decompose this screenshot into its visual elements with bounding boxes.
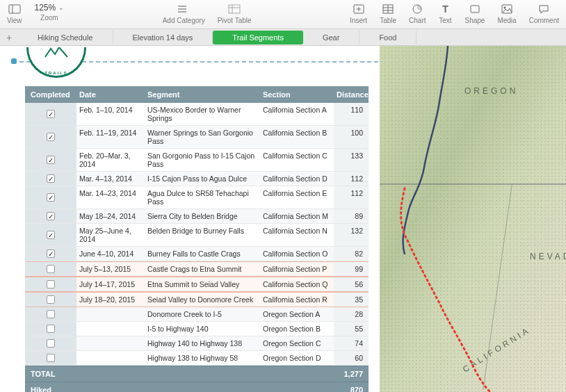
checkbox[interactable] [47, 354, 55, 362]
cell-distance[interactable]: 55 [334, 322, 369, 336]
cell-segment[interactable]: Burney Falls to Castle Crags [145, 247, 260, 261]
cell-section[interactable]: Oregon Section B [260, 322, 334, 336]
cell-distance[interactable]: 112 [334, 172, 369, 186]
checkbox[interactable] [47, 325, 55, 333]
header-distance[interactable]: Distance [334, 86, 369, 103]
table-row[interactable]: Donomore Creek to I-5Oregon Section A28 [25, 307, 369, 322]
cell-segment[interactable]: Belden Bridge to Burney Falls [145, 224, 260, 246]
cell-section[interactable]: California Section A [260, 103, 334, 125]
toolbar-chart[interactable]: Chart [409, 3, 426, 24]
cell-section[interactable]: California Section M [260, 209, 334, 223]
cell-date[interactable]: July 18–20, 2015 [76, 293, 145, 307]
cell-segment[interactable]: Donomore Creek to I-5 [145, 307, 260, 321]
cell-segment[interactable]: Seiad Valley to Donomore Creek [145, 293, 260, 307]
cell-distance[interactable]: 133 [334, 149, 369, 171]
header-completed[interactable]: Completed [25, 86, 76, 103]
toolbar-shape[interactable]: Shape [464, 3, 485, 24]
cell-date[interactable]: Feb. 1–10, 2014 [76, 103, 145, 125]
cell-distance[interactable]: 110 [334, 103, 369, 125]
cell-date[interactable]: July 5–13, 2015 [76, 262, 145, 276]
cell-section[interactable]: Oregon Section C [260, 336, 334, 350]
cell-segment[interactable]: Warner Springs to San Gorgonio Pass [145, 126, 260, 148]
cell-date[interactable] [76, 351, 145, 365]
cell-section[interactable]: California Section B [260, 126, 334, 148]
cell-distance[interactable]: 100 [334, 126, 369, 148]
add-sheet-button[interactable]: + [0, 32, 18, 43]
cell-distance[interactable]: 112 [334, 186, 369, 209]
table-row[interactable]: I-5 to Highway 140Oregon Section B55 [25, 322, 369, 336]
cell-distance[interactable]: 82 [334, 247, 369, 261]
table-row[interactable]: ✓Feb. 20–Mar. 3, 2014San Gorgonio Pass t… [25, 149, 369, 172]
cell-segment[interactable]: Etna Summit to Seiad Valley [145, 277, 260, 291]
toolbar-table[interactable]: Table [380, 3, 396, 24]
table-row[interactable]: ✓Feb. 1–10, 2014US-Mexico Border to Warn… [25, 103, 369, 126]
tab-trail-segments[interactable]: Trail Segments [213, 31, 303, 44]
cell-distance[interactable]: 89 [334, 209, 369, 223]
checkbox[interactable]: ✓ [47, 174, 55, 183]
toolbar-view[interactable]: View [7, 3, 22, 24]
table-row[interactable]: ✓May 25–June 4, 2014Belden Bridge to Bur… [25, 224, 369, 247]
cell-section[interactable]: California Section O [260, 247, 334, 261]
cell-section[interactable]: Oregon Section D [260, 351, 334, 365]
cell-distance[interactable]: 99 [334, 262, 369, 276]
cell-date[interactable]: May 18–24, 2014 [76, 209, 145, 223]
cell-segment[interactable]: I-5 to Highway 140 [145, 322, 260, 336]
checkbox[interactable] [47, 339, 55, 348]
cell-date[interactable] [76, 336, 145, 350]
table-row[interactable]: ✓Mar. 14–23, 2014Agua Dulce to SR58 Teha… [25, 186, 369, 209]
header-segment[interactable]: Segment [145, 86, 260, 103]
header-date[interactable]: Date [76, 86, 145, 103]
cell-segment[interactable]: US-Mexico Border to Warner Springs [145, 103, 260, 125]
checkbox[interactable] [47, 310, 55, 318]
tab-elevation-14-days[interactable]: Elevation 14 days [113, 31, 213, 44]
cell-segment[interactable]: Sierra City to Belden Bridge [145, 209, 260, 223]
cell-section[interactable]: California Section N [260, 224, 334, 246]
cell-date[interactable]: Feb. 11–19, 2014 [76, 126, 145, 148]
cell-date[interactable]: May 25–June 4, 2014 [76, 224, 145, 246]
cell-segment[interactable]: Castle Crags to Etna Summit [145, 262, 260, 276]
table-row[interactable]: July 14–17, 2015Etna Summit to Seiad Val… [25, 277, 369, 292]
cell-segment[interactable]: I-15 Cajon Pass to Agua Dulce [145, 172, 260, 186]
cell-segment[interactable]: Agua Dulce to SR58 Tehachapi Pass [145, 186, 260, 209]
table-row[interactable]: ✓Feb. 11–19, 2014Warner Springs to San G… [25, 126, 369, 149]
cell-distance[interactable]: 35 [334, 293, 369, 307]
cell-section[interactable]: California Section R [260, 293, 334, 307]
cell-date[interactable]: Feb. 20–Mar. 3, 2014 [76, 149, 145, 171]
checkbox[interactable] [47, 295, 55, 304]
cell-segment[interactable]: Highway 140 to Highway 138 [145, 336, 260, 350]
guide-handle[interactable] [11, 58, 17, 64]
toolbar-insert[interactable]: Insert [350, 3, 367, 24]
tab-hiking-schedule[interactable]: Hiking Schedule [18, 31, 113, 44]
cell-section[interactable]: California Section E [260, 186, 334, 209]
cell-segment[interactable]: Highway 138 to Highway 58 [145, 351, 260, 365]
cell-section[interactable]: Oregon Section A [260, 307, 334, 321]
checkbox[interactable] [47, 280, 55, 288]
cell-distance[interactable]: 132 [334, 224, 369, 246]
cell-section[interactable]: California Section D [260, 172, 334, 186]
table-row[interactable]: Highway 138 to Highway 58Oregon Section … [25, 351, 369, 366]
table-row[interactable]: ✓May 18–24, 2014Sierra City to Belden Br… [25, 209, 369, 224]
cell-segment[interactable]: San Gorgonio Pass to I-15 Cajon Pass [145, 149, 260, 171]
toolbar-comment[interactable]: Comment [529, 3, 559, 24]
cell-date[interactable] [76, 322, 145, 336]
cell-date[interactable]: Mar. 14–23, 2014 [76, 186, 145, 209]
tab-food[interactable]: Food [359, 31, 417, 44]
tab-gear[interactable]: Gear [303, 31, 359, 44]
trail-map[interactable]: OREGON NEVADA CALIFORNIA [380, 46, 566, 392]
checkbox[interactable]: ✓ [47, 110, 55, 118]
cell-section[interactable]: California Section Q [260, 277, 334, 291]
checkbox[interactable]: ✓ [47, 193, 55, 202]
spreadsheet-table[interactable]: Completed Date Segment Section Distance … [25, 86, 369, 392]
cell-date[interactable] [76, 307, 145, 321]
toolbar-zoom[interactable]: 125% ⌄ Zoom [35, 3, 65, 22]
checkbox[interactable]: ✓ [47, 231, 55, 239]
checkbox[interactable]: ✓ [47, 250, 55, 258]
checkbox[interactable] [47, 265, 55, 273]
toolbar-media[interactable]: Media [497, 3, 516, 24]
table-row[interactable]: Highway 140 to Highway 138Oregon Section… [25, 336, 369, 351]
cell-distance[interactable]: 56 [334, 277, 369, 291]
toolbar-pivot[interactable]: Pivot Table [218, 3, 252, 24]
cell-date[interactable]: July 14–17, 2015 [76, 277, 145, 291]
cell-date[interactable]: June 4–10, 2014 [76, 247, 145, 261]
cell-distance[interactable]: 60 [334, 351, 369, 365]
